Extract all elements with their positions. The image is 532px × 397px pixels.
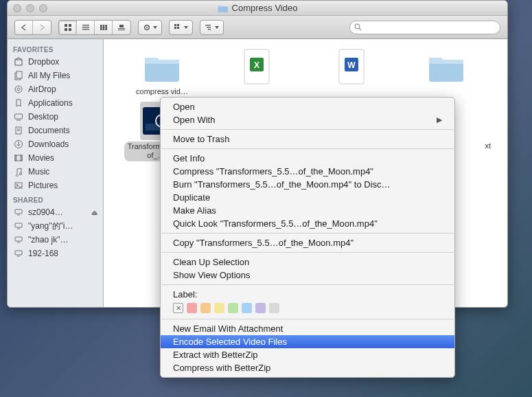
menu-item-compress[interactable]: Compress "Transformers_5.5…of_the_Moon.m…: [161, 165, 454, 178]
arrange-menu-button[interactable]: [169, 20, 193, 35]
menu-item-show-view-options[interactable]: Show View Options: [161, 269, 454, 282]
minimize-window-button[interactable]: [26, 4, 34, 12]
window-title-text: Compress Video: [232, 3, 298, 13]
menu-separator: [161, 319, 454, 319]
menu-item-new-email[interactable]: New Email With Attachment: [161, 322, 454, 335]
svg-rect-24: [15, 60, 22, 65]
excel-file-icon: X: [235, 47, 279, 86]
zoom-window-button[interactable]: [39, 4, 47, 12]
sidebar-item-shared-1[interactable]: sz0904…⏏: [8, 205, 103, 219]
menu-label-header: Label:: [161, 288, 454, 301]
share-menu-button[interactable]: [200, 20, 224, 35]
sidebar-item-shared-2[interactable]: "yang"的"i…: [8, 219, 103, 233]
svg-rect-12: [119, 25, 124, 27]
svg-rect-16: [177, 24, 179, 26]
sidebar-item-shared-4[interactable]: 192-168: [8, 247, 103, 260]
svg-text:W: W: [347, 60, 356, 70]
sidebar-item-music[interactable]: Music: [8, 165, 103, 179]
search-field[interactable]: [349, 21, 500, 34]
menu-item-clean-up[interactable]: Clean Up Selection: [161, 256, 454, 269]
menu-item-label: New Email With Attachment: [173, 324, 283, 334]
menu-item-duplicate[interactable]: Duplicate: [161, 191, 454, 204]
menu-item-get-info[interactable]: Get Info: [161, 152, 454, 165]
folder-icon: [424, 47, 468, 86]
file-item[interactable]: [402, 47, 491, 96]
menu-item-label: Duplicate: [173, 192, 210, 203]
label-color-yellow[interactable]: [214, 303, 224, 313]
icon-view-button[interactable]: [59, 21, 77, 34]
menu-item-burn[interactable]: Burn "Transformers_5.5…of_the_Moon.mp4" …: [161, 178, 454, 191]
context-menu: Open Open With▶ Move to Trash Get Info C…: [160, 97, 455, 378]
menu-separator: [161, 148, 454, 149]
label-clear-button[interactable]: ✕: [173, 303, 183, 313]
svg-point-22: [355, 24, 360, 29]
chevron-down-icon: [153, 25, 157, 30]
menu-item-compress-betterzip[interactable]: Compress with BetterZip: [161, 361, 454, 374]
sidebar-item-downloads[interactable]: Downloads: [8, 137, 103, 151]
sidebar-item-label: Desktop: [28, 112, 58, 122]
file-item[interactable]: W: [307, 47, 396, 96]
menu-item-copy[interactable]: Copy "Transformers_5.5…of_the_Moon.mp4": [161, 236, 454, 249]
svg-point-28: [17, 88, 20, 91]
forward-button[interactable]: [33, 21, 51, 34]
titlebar: Compress Video: [8, 1, 507, 16]
svg-rect-47: [15, 251, 22, 255]
svg-point-14: [146, 27, 148, 28]
menu-item-move-to-trash[interactable]: Move to Trash: [161, 133, 454, 146]
sidebar-item-shared-3[interactable]: "zhao jk"…: [8, 233, 103, 247]
svg-rect-5: [82, 27, 89, 27]
documents-icon: [13, 125, 24, 136]
sidebar-item-pictures[interactable]: Pictures: [8, 179, 103, 192]
menu-label-text: Label:: [173, 289, 197, 299]
close-window-button[interactable]: [13, 4, 21, 12]
action-menu-button[interactable]: [138, 20, 162, 35]
allfiles-icon: [13, 70, 24, 81]
label-color-green[interactable]: [228, 303, 238, 313]
label-color-purple[interactable]: [255, 303, 266, 313]
movies-icon: [13, 152, 24, 163]
search-input[interactable]: [365, 23, 496, 32]
menu-item-make-alias[interactable]: Make Alias: [161, 204, 454, 217]
sidebar-item-dropbox[interactable]: Dropbox: [8, 55, 103, 69]
eject-icon[interactable]: ⏏: [91, 209, 97, 216]
svg-rect-2: [65, 28, 67, 31]
menu-item-encode-video[interactable]: Encode Selected Video Files: [161, 335, 454, 348]
svg-rect-36: [15, 155, 16, 161]
desktop-icon: [13, 111, 24, 122]
sidebar-item-applications[interactable]: Applications: [8, 96, 103, 110]
back-button[interactable]: [15, 21, 33, 34]
column-view-button[interactable]: [95, 21, 113, 34]
menu-item-open-with[interactable]: Open With▶: [161, 113, 454, 126]
svg-rect-11: [118, 30, 125, 30]
sidebar-item-airdrop[interactable]: AirDrop: [8, 82, 103, 96]
label-color-blue[interactable]: [242, 303, 252, 313]
sidebar-item-all-my-files[interactable]: All My Files: [8, 69, 103, 82]
file-item[interactable]: X: [212, 47, 301, 96]
menu-item-label: Move to Trash: [173, 134, 229, 144]
sidebar-item-label: "yang"的"i…: [28, 220, 73, 232]
sidebar-item-documents[interactable]: Documents: [8, 124, 103, 137]
label-color-orange[interactable]: [200, 303, 211, 313]
list-variant-icon: [205, 23, 213, 32]
label-color-gray[interactable]: [269, 303, 279, 313]
svg-rect-10: [118, 28, 125, 29]
menu-item-label: Burn "Transformers_5.5…of_the_Moon.mp4" …: [173, 179, 391, 190]
music-icon: [13, 166, 24, 177]
menu-item-extract-betterzip[interactable]: Extract with BetterZip: [161, 348, 454, 361]
file-item[interactable]: compress vid…: [117, 47, 207, 96]
menu-item-open[interactable]: Open: [161, 100, 454, 113]
svg-rect-1: [69, 24, 71, 27]
menu-item-label: Clean Up Selection: [173, 257, 249, 267]
label-color-red[interactable]: [187, 303, 197, 313]
menu-item-label: Quick Look "Transformers_5.5…of_the_Moon…: [173, 218, 378, 229]
label-color-row: ✕: [161, 301, 454, 316]
applications-icon: [13, 98, 24, 109]
coverflow-view-button[interactable]: [113, 21, 130, 34]
sidebar-item-movies[interactable]: Movies: [8, 151, 103, 165]
menu-item-label: Show View Options: [173, 270, 251, 280]
sidebar-item-desktop[interactable]: Desktop: [8, 110, 103, 124]
list-view-button[interactable]: [77, 21, 95, 34]
sidebar-item-label: All My Files: [28, 71, 70, 80]
menu-item-quick-look[interactable]: Quick Look "Transformers_5.5…of_the_Moon…: [161, 217, 454, 230]
menu-item-label: Open: [173, 102, 195, 112]
